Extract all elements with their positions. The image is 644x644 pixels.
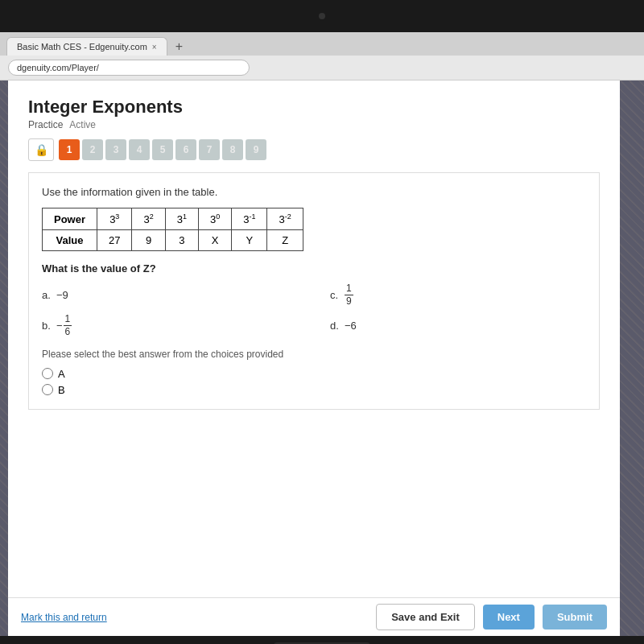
table-header-value: Value [43,230,97,251]
tab-label: Basic Math CES - Edgenuity.com [17,42,147,52]
question-box: Use the information given in the table. … [28,172,600,410]
option-a-label: a. [42,289,53,301]
table-power-5: 3-1 [232,208,267,230]
table-power-4: 30 [198,208,231,230]
new-tab-button[interactable]: + [171,38,188,56]
table-value-z: Z [267,230,303,251]
table-value-2: 9 [132,230,165,251]
question-number-9[interactable]: 9 [246,139,266,160]
table-power-2: 32 [132,208,165,230]
option-d-value: −6 [345,320,357,332]
url-input[interactable]: dgenuity.com/Player/ [8,60,250,76]
question-numbers: 1 2 3 4 5 6 7 8 9 [59,139,266,160]
option-b-neg-fraction: − 1 6 [56,313,72,337]
tab-close-button[interactable]: × [152,43,157,52]
option-b-numerator: 1 [64,313,72,325]
laptop-bottom-bezel [0,636,644,644]
option-b-denominator: 6 [64,326,72,337]
browser-tab[interactable]: Basic Math CES - Edgenuity.com × [6,37,167,56]
lock-icon-box: 🔒 [28,138,54,161]
question-number-8[interactable]: 8 [222,139,243,160]
option-d-label: d. [330,320,341,332]
table-value-3: 3 [165,230,198,251]
practice-label: Practice [28,119,63,130]
question-number-6[interactable]: 6 [175,139,196,160]
content-area: Integer Exponents Practice Active 🔒 1 2 … [0,80,644,636]
table-value-y: Y [232,230,267,251]
option-c-label: c. [330,289,341,301]
camera [319,13,325,19]
option-c-fraction: 1 9 [345,283,353,307]
answer-option-d: d. −6 [330,313,586,337]
lock-icon: 🔒 [35,143,48,156]
page-subtitle: Practice Active [28,119,600,130]
table-power-6: 3-2 [267,208,303,230]
radio-option-b[interactable]: B [42,384,586,396]
select-message: Please select the best answer from the c… [42,349,586,360]
option-b-fraction: 1 6 [64,313,72,337]
question-number-1[interactable]: 1 [59,139,80,160]
question-number-4[interactable]: 4 [129,139,150,160]
radio-circle-b [42,384,53,395]
question-bar: 🔒 1 2 3 4 5 6 7 8 9 [28,138,600,161]
answer-grid: a. −9 c. 1 9 b. − 1 [42,283,586,337]
option-c-numerator: 1 [345,283,353,295]
question-number-3[interactable]: 3 [105,139,126,160]
save-exit-button[interactable]: Save and Exit [376,604,475,630]
answer-option-c: c. 1 9 [330,283,586,307]
answer-option-b: b. − 1 6 [42,313,298,337]
option-b-minus: − [56,320,63,332]
mark-return-link[interactable]: Mark this and return [21,612,368,623]
browser-chrome: Basic Math CES - Edgenuity.com × + dgenu… [0,32,644,80]
table-value-1: 27 [97,230,132,251]
page-content: Integer Exponents Practice Active 🔒 1 2 … [8,80,620,636]
page-title: Integer Exponents [28,97,600,118]
radio-label-b: B [58,384,65,396]
table-value-x: X [198,230,231,251]
laptop-top-bezel [0,0,644,32]
option-a-value: −9 [56,289,68,301]
option-b-label: b. [42,320,53,332]
address-bar: dgenuity.com/Player/ [0,56,644,80]
radio-circle-a [42,368,53,379]
radio-label-a: A [58,368,65,380]
bottom-bar: Mark this and return Save and Exit Next … [8,597,620,636]
question-text: What is the value of Z? [42,262,586,275]
question-number-7[interactable]: 7 [199,139,220,160]
question-instruction: Use the information given in the table. [42,186,586,198]
table-power-3: 31 [165,208,198,230]
table-header-power: Power [43,208,97,230]
question-number-2[interactable]: 2 [82,139,103,160]
tab-bar: Basic Math CES - Edgenuity.com × + [0,32,644,56]
option-c-denominator: 9 [345,295,353,307]
next-button[interactable]: Next [483,605,535,630]
question-number-5[interactable]: 5 [152,139,173,160]
radio-option-a[interactable]: A [42,368,586,380]
active-badge: Active [69,119,96,130]
powers-table: Power 33 32 31 30 3-1 3-2 Value 27 9 3 X… [42,208,303,251]
submit-button[interactable]: Submit [543,605,607,630]
answer-option-a: a. −9 [42,283,298,307]
radio-options: A B [42,368,586,396]
table-power-1: 33 [97,208,132,230]
